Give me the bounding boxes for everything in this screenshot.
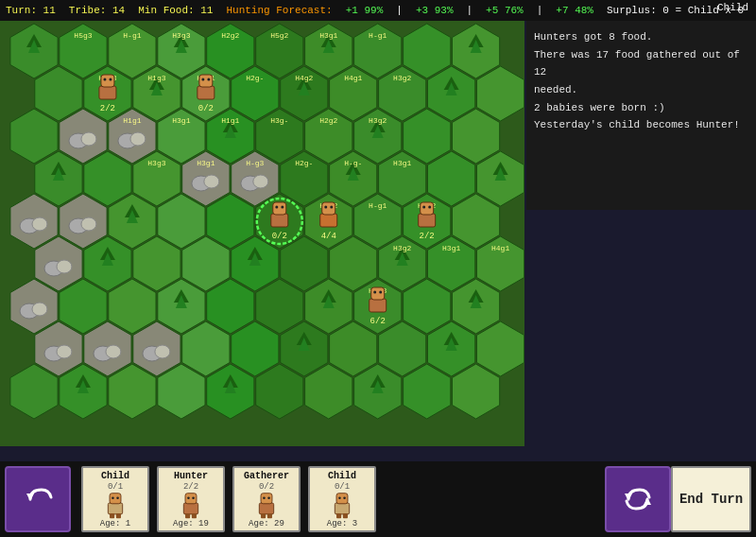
unit-card-0[interactable]: Child0/1Age: 1 [81, 466, 149, 532]
svg-rect-246 [261, 513, 266, 518]
svg-point-75 [32, 217, 47, 231]
unit-card-name-1: Hunter [174, 471, 208, 482]
svg-rect-204 [199, 75, 213, 87]
svg-point-245 [267, 497, 270, 500]
svg-point-251 [343, 497, 346, 500]
svg-text:H-g-: H-g- [344, 159, 362, 167]
unit-card-stats-1: 2/2 [183, 482, 198, 492]
end-turn-area: End Turn [600, 461, 756, 537]
svg-rect-240 [185, 513, 190, 518]
svg-point-113 [32, 303, 47, 316]
info-line5: Yesterday's child becomes Hunter! [534, 116, 748, 134]
svg-rect-225 [371, 287, 385, 300]
unit-card-2[interactable]: Gatherer0/2Age: 29 [232, 466, 301, 532]
svg-point-221 [422, 206, 425, 209]
unit-card-stats-0: 0/1 [108, 482, 123, 492]
svg-point-212 [281, 206, 284, 209]
svg-rect-249 [336, 494, 348, 504]
svg-rect-210 [273, 202, 286, 215]
info-line4: 2 babies were born :) [534, 99, 748, 117]
svg-text:H2g-: H2g- [246, 74, 264, 82]
svg-point-60 [204, 175, 219, 188]
svg-point-217 [330, 206, 333, 209]
svg-point-206 [207, 78, 210, 81]
svg-point-200 [103, 78, 106, 81]
svg-text:H3g1: H3g1 [393, 159, 411, 167]
info-panel: Hunters got 8 food. There was 17 food ga… [526, 21, 756, 210]
turn-display: Turn: 11 [6, 5, 56, 16]
svg-rect-243 [261, 494, 272, 504]
min-food-display: Min Food: 11 [138, 5, 213, 16]
svg-point-95 [57, 260, 72, 273]
svg-text:H-g1: H-g1 [123, 31, 141, 40]
svg-rect-224 [369, 299, 387, 312]
info-line2: There was 17 food gathered out of 12 [534, 46, 748, 81]
svg-text:H2g-: H2g- [295, 159, 313, 167]
svg-rect-236 [183, 503, 198, 514]
svg-text:H3g1: H3g1 [319, 31, 337, 40]
svg-text:H1g1: H1g1 [123, 116, 141, 125]
unit-card-name-3: Child [328, 471, 356, 482]
map-area[interactable]: H5g3H-g1H3g3H2g2H5g2H3g1H-g1H-g3H1g3H3g1… [0, 21, 524, 446]
svg-text:H4g1: H4g1 [344, 74, 362, 82]
svg-text:H3g-: H3g- [270, 116, 288, 125]
svg-text:2/2: 2/2 [420, 232, 435, 241]
child-label: Child [717, 2, 748, 13]
svg-point-211 [275, 206, 278, 209]
svg-text:4/4: 4/4 [321, 232, 336, 241]
svg-rect-199 [101, 75, 114, 87]
svg-text:H-g1: H-g1 [369, 201, 387, 210]
refresh-icon [621, 482, 655, 516]
svg-rect-252 [336, 513, 341, 518]
svg-rect-203 [198, 86, 215, 99]
svg-point-244 [263, 497, 266, 500]
svg-rect-231 [110, 494, 121, 504]
forecast1: +1 99% [346, 5, 384, 16]
svg-text:H3g3: H3g3 [147, 159, 165, 167]
svg-text:H3g3: H3g3 [172, 31, 190, 40]
unit-figure-3 [325, 492, 359, 519]
svg-point-238 [187, 497, 190, 500]
end-turn-button[interactable]: End Turn [671, 466, 751, 532]
svg-rect-253 [343, 513, 348, 518]
svg-text:H3g1: H3g1 [197, 159, 215, 167]
top-bar: Turn: 11 Tribe: 14 Min Food: 11 Hunting … [0, 0, 756, 21]
svg-point-131 [57, 345, 72, 358]
svg-rect-230 [108, 503, 122, 514]
tribe-display: Tribe: 14 [69, 5, 125, 16]
svg-text:H1g3: H1g3 [147, 74, 165, 82]
forecast4: +7 48% [556, 5, 593, 16]
svg-rect-214 [320, 214, 337, 227]
svg-text:6/2: 6/2 [370, 317, 386, 326]
svg-point-222 [428, 206, 431, 209]
svg-rect-237 [185, 494, 197, 504]
unit-card-age-0: Age: 1 [100, 519, 130, 528]
forecast2: +3 93% [416, 5, 454, 16]
svg-text:H3g1: H3g1 [442, 244, 460, 252]
svg-point-78 [81, 217, 96, 231]
pipe2: | [467, 5, 473, 16]
svg-rect-241 [192, 513, 197, 518]
end-turn-icon-button[interactable] [605, 466, 671, 532]
svg-text:0/2: 0/2 [198, 104, 214, 113]
svg-rect-209 [271, 214, 288, 227]
unit-card-stats-3: 0/1 [335, 482, 350, 492]
svg-text:H5g2: H5g2 [270, 31, 288, 40]
unit-card-1[interactable]: Hunter2/2Age: 19 [157, 466, 225, 532]
unit-card-stats-2: 0/2 [259, 482, 274, 492]
info-line1: Hunters got 8 food. [534, 28, 748, 46]
unit-figure-1 [174, 492, 208, 519]
unit-card-age-1: Age: 19 [173, 519, 209, 528]
undo-button[interactable] [5, 466, 71, 532]
unit-card-name-0: Child [101, 471, 129, 482]
svg-point-232 [112, 497, 114, 500]
unit-card-3[interactable]: Child0/1Age: 3 [308, 466, 376, 532]
svg-rect-247 [267, 513, 272, 518]
svg-point-38 [81, 132, 96, 146]
svg-text:H5g3: H5g3 [74, 31, 92, 40]
svg-point-134 [106, 345, 121, 358]
svg-marker-229 [26, 494, 34, 501]
svg-point-227 [379, 291, 382, 294]
svg-text:H-g1: H-g1 [369, 31, 387, 40]
svg-point-239 [192, 497, 195, 500]
